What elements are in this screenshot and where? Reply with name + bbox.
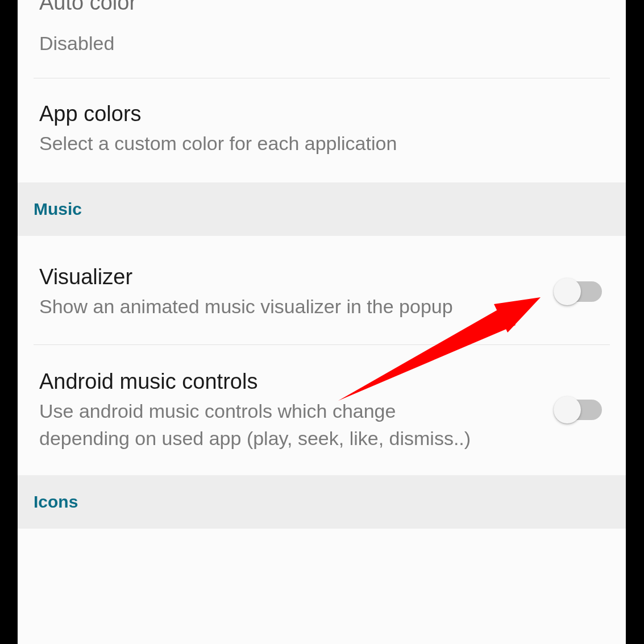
toggle-thumb [554,278,581,305]
setting-android-music-controls[interactable]: Android music controls Use android music… [18,345,626,475]
trailing-space [18,529,626,563]
setting-title: Visualizer [39,263,542,291]
setting-desc: Select a custom color for each applicati… [39,130,471,157]
section-header-music: Music [18,182,626,236]
setting-text-block: Auto color Disabled [39,0,602,57]
android-music-controls-toggle[interactable] [555,400,602,420]
setting-title: Auto color [39,0,602,16]
setting-text-block: Android music controls Use android music… [39,368,542,452]
setting-title: App colors [39,100,602,128]
settings-screen: Auto color Disabled App colors Select a … [18,0,626,644]
setting-visualizer[interactable]: Visualizer Show an animated music visual… [18,236,626,344]
setting-app-colors[interactable]: App colors Select a custom color for eac… [18,78,626,182]
setting-desc: Use android music controls which change … [39,398,471,452]
setting-title: Android music controls [39,368,542,396]
setting-auto-color[interactable]: Auto color Disabled [18,0,626,78]
visualizer-toggle[interactable] [555,281,602,302]
setting-desc: Show an animated music visualizer in the… [39,293,471,321]
setting-status: Disabled [39,30,471,57]
toggle-thumb [554,396,581,423]
setting-text-block: Visualizer Show an animated music visual… [39,263,542,321]
section-header-icons: Icons [18,475,626,529]
setting-text-block: App colors Select a custom color for eac… [39,100,602,157]
